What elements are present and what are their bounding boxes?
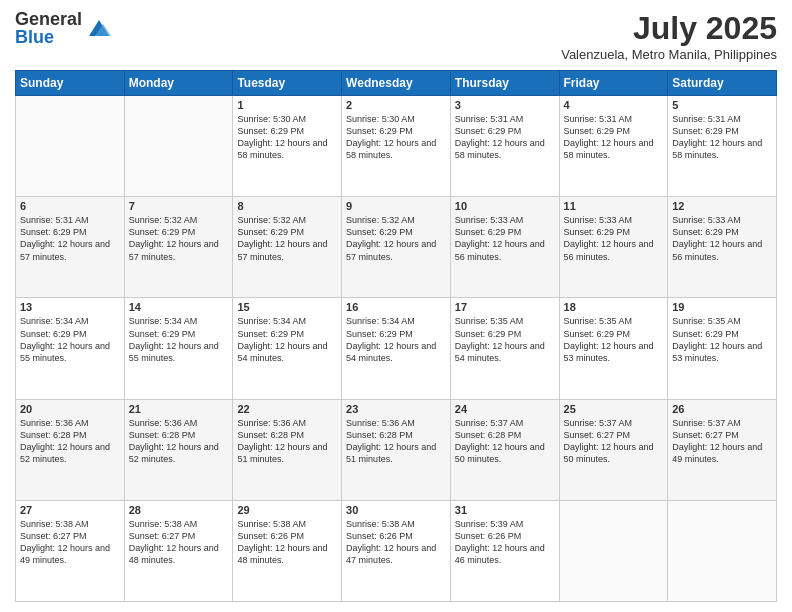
calendar-cell: 22Sunrise: 5:36 AM Sunset: 6:28 PM Dayli…	[233, 399, 342, 500]
day-info: Sunrise: 5:37 AM Sunset: 6:27 PM Dayligh…	[564, 417, 664, 466]
calendar-cell: 25Sunrise: 5:37 AM Sunset: 6:27 PM Dayli…	[559, 399, 668, 500]
day-number: 3	[455, 99, 555, 111]
header: General Blue July 2025 Valenzuela, Metro…	[15, 10, 777, 62]
day-info: Sunrise: 5:36 AM Sunset: 6:28 PM Dayligh…	[129, 417, 229, 466]
calendar-header-row: Sunday Monday Tuesday Wednesday Thursday…	[16, 71, 777, 96]
location: Valenzuela, Metro Manila, Philippines	[561, 47, 777, 62]
day-number: 18	[564, 301, 664, 313]
day-info: Sunrise: 5:37 AM Sunset: 6:27 PM Dayligh…	[672, 417, 772, 466]
day-info: Sunrise: 5:33 AM Sunset: 6:29 PM Dayligh…	[564, 214, 664, 263]
calendar-cell: 23Sunrise: 5:36 AM Sunset: 6:28 PM Dayli…	[342, 399, 451, 500]
day-info: Sunrise: 5:31 AM Sunset: 6:29 PM Dayligh…	[455, 113, 555, 162]
day-number: 28	[129, 504, 229, 516]
logo-text: General Blue	[15, 10, 82, 46]
day-info: Sunrise: 5:31 AM Sunset: 6:29 PM Dayligh…	[672, 113, 772, 162]
day-info: Sunrise: 5:36 AM Sunset: 6:28 PM Dayligh…	[346, 417, 446, 466]
calendar-cell: 27Sunrise: 5:38 AM Sunset: 6:27 PM Dayli…	[16, 500, 125, 601]
page: General Blue July 2025 Valenzuela, Metro…	[0, 0, 792, 612]
calendar-cell: 19Sunrise: 5:35 AM Sunset: 6:29 PM Dayli…	[668, 298, 777, 399]
day-number: 8	[237, 200, 337, 212]
day-number: 6	[20, 200, 120, 212]
day-info: Sunrise: 5:32 AM Sunset: 6:29 PM Dayligh…	[237, 214, 337, 263]
title-section: July 2025 Valenzuela, Metro Manila, Phil…	[561, 10, 777, 62]
calendar-cell	[16, 96, 125, 197]
col-wednesday: Wednesday	[342, 71, 451, 96]
day-info: Sunrise: 5:35 AM Sunset: 6:29 PM Dayligh…	[564, 315, 664, 364]
day-number: 11	[564, 200, 664, 212]
day-number: 5	[672, 99, 772, 111]
calendar-cell: 11Sunrise: 5:33 AM Sunset: 6:29 PM Dayli…	[559, 197, 668, 298]
calendar-cell: 17Sunrise: 5:35 AM Sunset: 6:29 PM Dayli…	[450, 298, 559, 399]
day-number: 1	[237, 99, 337, 111]
calendar-cell	[124, 96, 233, 197]
day-info: Sunrise: 5:38 AM Sunset: 6:26 PM Dayligh…	[237, 518, 337, 567]
day-number: 27	[20, 504, 120, 516]
calendar-cell: 5Sunrise: 5:31 AM Sunset: 6:29 PM Daylig…	[668, 96, 777, 197]
calendar-cell: 7Sunrise: 5:32 AM Sunset: 6:29 PM Daylig…	[124, 197, 233, 298]
logo: General Blue	[15, 10, 113, 46]
calendar-cell: 21Sunrise: 5:36 AM Sunset: 6:28 PM Dayli…	[124, 399, 233, 500]
calendar-cell: 30Sunrise: 5:38 AM Sunset: 6:26 PM Dayli…	[342, 500, 451, 601]
col-monday: Monday	[124, 71, 233, 96]
day-number: 4	[564, 99, 664, 111]
day-info: Sunrise: 5:37 AM Sunset: 6:28 PM Dayligh…	[455, 417, 555, 466]
day-number: 30	[346, 504, 446, 516]
calendar-cell: 15Sunrise: 5:34 AM Sunset: 6:29 PM Dayli…	[233, 298, 342, 399]
week-row-1: 1Sunrise: 5:30 AM Sunset: 6:29 PM Daylig…	[16, 96, 777, 197]
col-sunday: Sunday	[16, 71, 125, 96]
day-info: Sunrise: 5:30 AM Sunset: 6:29 PM Dayligh…	[346, 113, 446, 162]
calendar-cell: 8Sunrise: 5:32 AM Sunset: 6:29 PM Daylig…	[233, 197, 342, 298]
day-info: Sunrise: 5:31 AM Sunset: 6:29 PM Dayligh…	[20, 214, 120, 263]
day-info: Sunrise: 5:34 AM Sunset: 6:29 PM Dayligh…	[346, 315, 446, 364]
day-info: Sunrise: 5:32 AM Sunset: 6:29 PM Dayligh…	[129, 214, 229, 263]
calendar-cell: 3Sunrise: 5:31 AM Sunset: 6:29 PM Daylig…	[450, 96, 559, 197]
calendar-cell: 16Sunrise: 5:34 AM Sunset: 6:29 PM Dayli…	[342, 298, 451, 399]
day-number: 23	[346, 403, 446, 415]
calendar-cell: 28Sunrise: 5:38 AM Sunset: 6:27 PM Dayli…	[124, 500, 233, 601]
logo-general: General	[15, 10, 82, 28]
calendar: Sunday Monday Tuesday Wednesday Thursday…	[15, 70, 777, 602]
day-number: 25	[564, 403, 664, 415]
calendar-cell: 18Sunrise: 5:35 AM Sunset: 6:29 PM Dayli…	[559, 298, 668, 399]
day-info: Sunrise: 5:38 AM Sunset: 6:27 PM Dayligh…	[129, 518, 229, 567]
day-number: 15	[237, 301, 337, 313]
day-number: 24	[455, 403, 555, 415]
day-number: 2	[346, 99, 446, 111]
day-number: 21	[129, 403, 229, 415]
calendar-cell: 4Sunrise: 5:31 AM Sunset: 6:29 PM Daylig…	[559, 96, 668, 197]
day-info: Sunrise: 5:34 AM Sunset: 6:29 PM Dayligh…	[129, 315, 229, 364]
day-info: Sunrise: 5:33 AM Sunset: 6:29 PM Dayligh…	[672, 214, 772, 263]
calendar-cell: 20Sunrise: 5:36 AM Sunset: 6:28 PM Dayli…	[16, 399, 125, 500]
week-row-4: 20Sunrise: 5:36 AM Sunset: 6:28 PM Dayli…	[16, 399, 777, 500]
day-info: Sunrise: 5:39 AM Sunset: 6:26 PM Dayligh…	[455, 518, 555, 567]
day-info: Sunrise: 5:38 AM Sunset: 6:27 PM Dayligh…	[20, 518, 120, 567]
day-info: Sunrise: 5:31 AM Sunset: 6:29 PM Dayligh…	[564, 113, 664, 162]
calendar-cell: 26Sunrise: 5:37 AM Sunset: 6:27 PM Dayli…	[668, 399, 777, 500]
calendar-cell: 24Sunrise: 5:37 AM Sunset: 6:28 PM Dayli…	[450, 399, 559, 500]
logo-blue: Blue	[15, 28, 82, 46]
calendar-cell: 10Sunrise: 5:33 AM Sunset: 6:29 PM Dayli…	[450, 197, 559, 298]
day-info: Sunrise: 5:32 AM Sunset: 6:29 PM Dayligh…	[346, 214, 446, 263]
day-info: Sunrise: 5:36 AM Sunset: 6:28 PM Dayligh…	[20, 417, 120, 466]
week-row-5: 27Sunrise: 5:38 AM Sunset: 6:27 PM Dayli…	[16, 500, 777, 601]
day-number: 16	[346, 301, 446, 313]
calendar-cell	[559, 500, 668, 601]
calendar-cell: 29Sunrise: 5:38 AM Sunset: 6:26 PM Dayli…	[233, 500, 342, 601]
day-number: 26	[672, 403, 772, 415]
calendar-cell: 31Sunrise: 5:39 AM Sunset: 6:26 PM Dayli…	[450, 500, 559, 601]
calendar-cell: 12Sunrise: 5:33 AM Sunset: 6:29 PM Dayli…	[668, 197, 777, 298]
day-number: 10	[455, 200, 555, 212]
day-info: Sunrise: 5:33 AM Sunset: 6:29 PM Dayligh…	[455, 214, 555, 263]
day-info: Sunrise: 5:34 AM Sunset: 6:29 PM Dayligh…	[237, 315, 337, 364]
calendar-cell	[668, 500, 777, 601]
col-thursday: Thursday	[450, 71, 559, 96]
day-info: Sunrise: 5:34 AM Sunset: 6:29 PM Dayligh…	[20, 315, 120, 364]
month-title: July 2025	[561, 10, 777, 47]
day-number: 9	[346, 200, 446, 212]
col-saturday: Saturday	[668, 71, 777, 96]
day-number: 22	[237, 403, 337, 415]
day-number: 7	[129, 200, 229, 212]
day-number: 13	[20, 301, 120, 313]
calendar-cell: 6Sunrise: 5:31 AM Sunset: 6:29 PM Daylig…	[16, 197, 125, 298]
day-number: 31	[455, 504, 555, 516]
